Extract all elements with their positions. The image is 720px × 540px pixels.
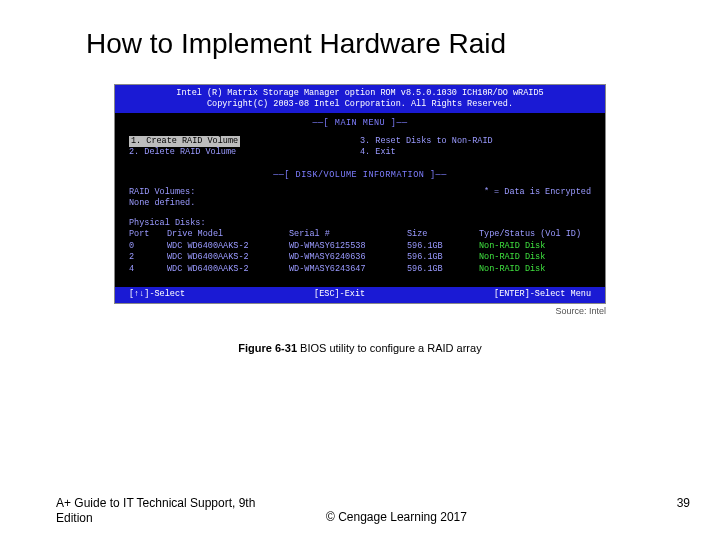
bios-header: Intel (R) Matrix Storage Manager option … bbox=[115, 85, 605, 113]
hint-select: [↑↓]-Select bbox=[129, 289, 185, 300]
hint-enter: [ENTER]-Select Menu bbox=[494, 289, 591, 300]
menu-item-delete-raid[interactable]: 2. Delete RAID Volume bbox=[129, 147, 360, 158]
footer-copyright: © Cengage Learning 2017 bbox=[286, 496, 650, 524]
table-row: 4 WDC WD6400AAKS-2 WD-WMASY6243647 596.1… bbox=[129, 264, 591, 275]
bios-hint-bar: [↑↓]-Select [ESC]-Exit [ENTER]-Select Me… bbox=[115, 287, 605, 302]
cell-type: Non-RAID Disk bbox=[479, 264, 591, 275]
cell-serial: WD-WMASY6240636 bbox=[289, 252, 407, 263]
hdr-size: Size bbox=[407, 229, 479, 240]
cell-model: WDC WD6400AAKS-2 bbox=[167, 252, 289, 263]
physical-disks-label: Physical Disks: bbox=[129, 218, 591, 229]
slide-footer: A+ Guide to IT Technical Support, 9th Ed… bbox=[0, 496, 720, 526]
caption-bold: Figure 6-31 bbox=[238, 342, 297, 354]
main-menu-label: ——[ MAIN MENU ]—— bbox=[115, 118, 605, 129]
slide-title: How to Implement Hardware Raid bbox=[0, 0, 720, 60]
hdr-serial: Serial # bbox=[289, 229, 407, 240]
cell-type: Non-RAID Disk bbox=[479, 241, 591, 252]
footer-book-title: A+ Guide to IT Technical Support, 9th Ed… bbox=[56, 496, 286, 526]
encrypted-note: * = Data is Encrypted bbox=[484, 187, 591, 198]
cell-serial: WD-WMASY6125538 bbox=[289, 241, 407, 252]
figure-caption: Figure 6-31 BIOS utility to configure a … bbox=[0, 342, 720, 354]
cell-port: 2 bbox=[129, 252, 167, 263]
caption-text: BIOS utility to configure a RAID array bbox=[297, 342, 482, 354]
menu-item-reset-disks[interactable]: 3. Reset Disks to Non-RAID bbox=[360, 136, 591, 147]
cell-port: 0 bbox=[129, 241, 167, 252]
hdr-port: Port bbox=[129, 229, 167, 240]
raid-volumes-status: None defined. bbox=[129, 198, 195, 209]
cell-size: 596.1GB bbox=[407, 241, 479, 252]
disk-table-header: Port Drive Model Serial # Size Type/Stat… bbox=[129, 229, 591, 240]
raid-volumes-label: RAID Volumes: bbox=[129, 187, 195, 198]
bios-header-line2: Copyright(C) 2003-08 Intel Corporation. … bbox=[119, 99, 601, 110]
disk-info-label: ——[ DISK/VOLUME INFORMATION ]—— bbox=[115, 170, 605, 181]
cell-model: WDC WD6400AAKS-2 bbox=[167, 264, 289, 275]
table-row: 0 WDC WD6400AAKS-2 WD-WMASY6125538 596.1… bbox=[129, 241, 591, 252]
cell-size: 596.1GB bbox=[407, 252, 479, 263]
source-credit: Source: Intel bbox=[114, 306, 606, 316]
cell-model: WDC WD6400AAKS-2 bbox=[167, 241, 289, 252]
hdr-type: Type/Status (Vol ID) bbox=[479, 229, 591, 240]
table-row: 2 WDC WD6400AAKS-2 WD-WMASY6240636 596.1… bbox=[129, 252, 591, 263]
cell-port: 4 bbox=[129, 264, 167, 275]
bios-screenshot: Intel (R) Matrix Storage Manager option … bbox=[114, 84, 606, 304]
hint-exit: [ESC]-Exit bbox=[314, 289, 365, 300]
menu-item-create-raid[interactable]: 1. Create RAID Volume bbox=[129, 136, 240, 147]
cell-type: Non-RAID Disk bbox=[479, 252, 591, 263]
disk-info-area: RAID Volumes: * = Data is Encrypted None… bbox=[115, 185, 605, 281]
cell-serial: WD-WMASY6243647 bbox=[289, 264, 407, 275]
menu-item-exit[interactable]: 4. Exit bbox=[360, 147, 591, 158]
hdr-model: Drive Model bbox=[167, 229, 289, 240]
bios-header-line1: Intel (R) Matrix Storage Manager option … bbox=[119, 88, 601, 99]
page-number: 39 bbox=[650, 496, 690, 510]
main-menu: 1. Create RAID Volume 3. Reset Disks to … bbox=[115, 134, 605, 165]
cell-size: 596.1GB bbox=[407, 264, 479, 275]
